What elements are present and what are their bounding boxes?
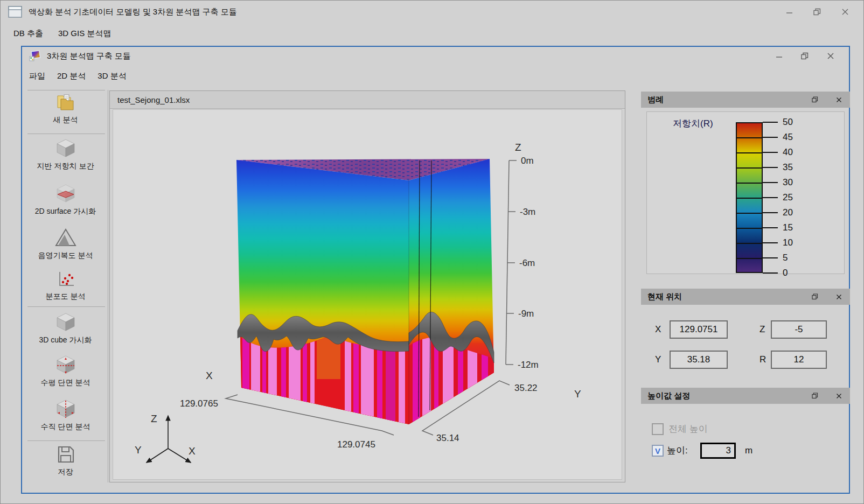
module-window: 3차원 분석맵 구축 모듈 파일 2D 분석 3D 분석 — [21, 46, 850, 494]
interpolation-cube-icon — [54, 137, 78, 159]
z-tick: 0m — [521, 156, 534, 166]
legend-tick-label: 40 — [783, 146, 815, 158]
save-floppy-icon — [55, 444, 76, 465]
height-label: 높이: — [667, 444, 688, 457]
module-menubar: 파일 2D 분석 3D 분석 — [23, 65, 346, 87]
vertical-section-cube-icon — [54, 398, 78, 419]
position-x-field[interactable] — [670, 320, 728, 339]
y-tick: 35.14 — [436, 433, 459, 443]
panel-float-button[interactable] — [808, 289, 822, 305]
height-input[interactable] — [700, 443, 736, 459]
3d-scene[interactable]: Z 0m -3m -6m -9m -12m X 129.0765 129.074… — [113, 110, 623, 480]
panel-close-button[interactable] — [832, 388, 846, 404]
triad-z-label: Z — [151, 413, 157, 424]
legend-colorbar — [736, 122, 763, 273]
app-window-icon — [8, 6, 22, 18]
menu-3d-analysis[interactable]: 3D 분석 — [92, 65, 132, 87]
hillshade-triangle-icon — [54, 227, 78, 248]
menu-2d-analysis[interactable]: 2D 분석 — [51, 65, 92, 87]
viewport-frame: test_Sejong_01.xlsx — [109, 90, 625, 482]
z-axis — [506, 160, 517, 365]
legend-tick-label: 35 — [783, 162, 815, 173]
z-tick: -6m — [519, 258, 535, 268]
panel-float-button[interactable] — [808, 92, 822, 108]
y-axis-label: Y — [574, 388, 581, 400]
horizontal-section-cube-icon — [54, 354, 78, 375]
main-titlebar: 액상화 분석 기초데이터 모델링 및 3차원 분석맵 구축 모듈 — [1, 1, 863, 23]
toolbar-3d-cube[interactable]: 3D cube 가시화 — [23, 311, 108, 345]
close-button[interactable] — [831, 1, 859, 23]
toolbar-distribution[interactable]: 분포도 분석 — [23, 269, 108, 302]
viewport-file-caption: test_Sejong_01.xlsx — [110, 91, 625, 109]
viewport-3d-canvas[interactable]: Z 0m -3m -6m -9m -12m X 129.0765 129.074… — [113, 109, 622, 480]
toolbar-separator — [27, 306, 105, 307]
triad-x-label: X — [189, 445, 196, 457]
all-height-label: 전체 높이 — [668, 423, 708, 436]
module-app-icon — [29, 50, 41, 62]
minimize-button[interactable] — [775, 1, 803, 23]
module-titlebar: 3차원 분석맵 구축 모듈 — [22, 47, 849, 65]
main-menubar: DB 추출 3D GIS 분석맵 — [1, 23, 863, 44]
height-panel-header: 높이값 설정 — [641, 388, 850, 404]
x-tick: 129.0765 — [180, 398, 218, 409]
position-panel-header: 현재 위치 — [641, 289, 850, 305]
height-checkbox[interactable]: V — [652, 445, 664, 457]
x-axis-label: X — [206, 370, 213, 381]
toolbar-2d-surface[interactable]: 2D surface 가시화 — [23, 183, 108, 216]
position-y-field[interactable] — [670, 351, 728, 369]
position-z-field[interactable] — [771, 320, 827, 339]
legend-panel: 범례 저항치(R) — [641, 92, 850, 276]
all-height-checkbox[interactable] — [652, 423, 664, 435]
legend-tick-label: 25 — [783, 192, 815, 204]
menu-3d-gis-map[interactable]: 3D GIS 분석맵 — [51, 23, 119, 44]
new-analysis-folder-icon — [54, 91, 78, 113]
current-position-panel: 현재 위치 X Z Y R — [641, 289, 850, 379]
toolbar-new-analysis[interactable]: 새 분석 — [23, 91, 108, 125]
module-close-button[interactable] — [818, 47, 844, 65]
legend-tick-label: 15 — [783, 222, 815, 234]
toolbar-separator — [27, 90, 105, 90]
scatter-plot-icon — [54, 269, 78, 289]
module-restore-button[interactable] — [792, 47, 818, 65]
panel-close-button[interactable] — [832, 92, 846, 108]
legend-series-label: 저항치(R) — [673, 117, 713, 130]
legend-tick-label: 20 — [783, 207, 815, 219]
toolbar-separator — [27, 134, 105, 134]
position-x-label: X — [655, 320, 661, 339]
panel-close-button[interactable] — [832, 289, 846, 305]
triad-y-label: Y — [135, 444, 142, 456]
toolbar-save[interactable]: 저장 — [23, 444, 108, 477]
panel-float-button[interactable] — [808, 388, 822, 404]
menu-db-extract[interactable]: DB 추출 — [6, 23, 51, 44]
cube-icon — [54, 311, 78, 333]
height-unit-label: m — [745, 444, 752, 457]
position-r-label: R — [760, 351, 766, 369]
legend-tick-label: 45 — [783, 131, 815, 143]
module-window-title: 3차원 분석맵 구축 모듈 — [47, 51, 131, 61]
toolbar-ground-resistance-interpolation[interactable]: 지반 저항치 보간 — [23, 137, 108, 171]
position-r-field[interactable] — [771, 351, 827, 369]
position-y-label: Y — [655, 351, 661, 369]
legend-tick-label: 10 — [783, 237, 815, 249]
legend-chart: 저항치(R) 50 45 40 35 30 25 — [646, 111, 845, 274]
toolbar-separator — [27, 440, 105, 441]
legend-panel-header: 범례 — [641, 92, 850, 108]
toolbar-vertical-section[interactable]: 수직 단면 분석 — [23, 398, 108, 432]
toolbar-hillshade[interactable]: 음영기복도 분석 — [23, 227, 108, 261]
toolbar: 새 분석 지반 저항치 보간 — [23, 88, 108, 482]
z-tick: -9m — [518, 309, 534, 319]
module-minimize-button[interactable] — [766, 47, 792, 65]
legend-tick-label: 5 — [783, 252, 815, 264]
menu-file[interactable]: 파일 — [23, 65, 51, 87]
main-window: 액상화 분석 기초데이터 모델링 및 3차원 분석맵 구축 모듈 DB 추출 3… — [0, 0, 864, 504]
position-z-label: Z — [760, 320, 765, 339]
toolbar-horizontal-section[interactable]: 수평 단면 분석 — [23, 354, 108, 388]
z-tick: -3m — [520, 207, 535, 217]
legend-tick-label: 30 — [783, 177, 815, 188]
legend-tick-label: 50 — [783, 116, 815, 128]
restore-button[interactable] — [803, 1, 831, 23]
height-setting-panel: 높이값 설정 전체 높이 V 높이: m — [641, 388, 850, 474]
z-axis-label: Z — [515, 142, 521, 153]
z-tick: -12m — [518, 360, 539, 370]
y-tick: 35.22 — [514, 383, 538, 393]
